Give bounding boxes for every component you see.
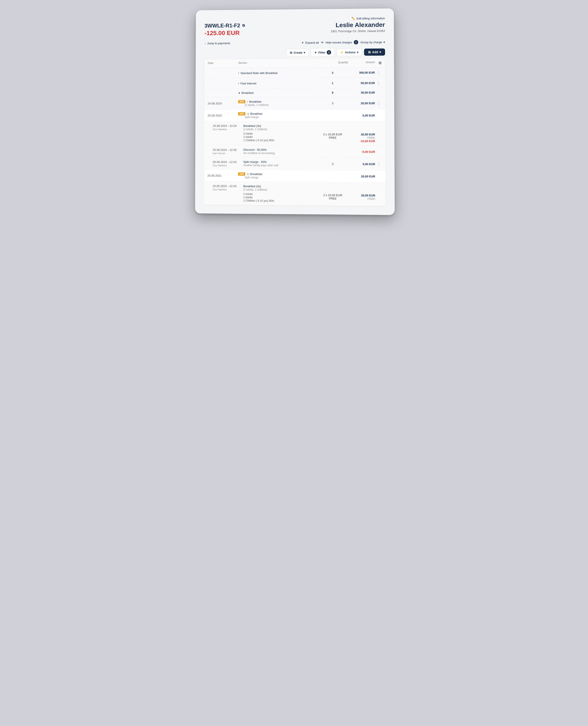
row-amount: 20,00 EUR [348,102,375,105]
row-date-main: 25.08.2021 [207,174,238,177]
chevron-right-icon[interactable]: › [238,71,239,75]
table-row: 25.08.2024 - 10:34 Guy Hawkins Breakfast… [204,122,385,146]
row-amount-1: 20,00 EUR [348,133,375,136]
row-qty: 1 [317,81,348,85]
row-date-main: 25.08.2024 - 10:34 [213,124,244,128]
row-service-secondary: (2 adults, 1 children) [244,128,317,131]
row-service-name: Breakfast (3x) [243,185,317,188]
row-amount-3: -10,00 EUR [348,140,375,143]
hide-moved-button[interactable]: 👁 Hide moved charges 1 [321,40,358,45]
service-name-row: › Standard Rate with Breakfast [238,71,317,75]
eye-icon: 👁 [321,41,324,44]
th-date: Date [208,61,238,66]
create-button[interactable]: ⊟ Create ▾ [287,49,309,56]
row-service-name: Discount - 50,00% [244,148,317,152]
row-date-main: 25.08.2024 - 12:30 [213,148,244,151]
chevron-down-icon[interactable]: ∨ [247,112,249,116]
row-service-name: Fast Internet [240,82,256,85]
filter-button[interactable]: ▼ Filter 2 [311,48,334,57]
service-cell: SER ∨ Breakfast Split charge [238,112,317,119]
row-date [208,73,238,73]
row-date-col: 26.08.2024 - 12:54 Guy Hawkins [213,160,244,167]
row-date-main: 24.08.2024 [208,102,238,105]
ser-badge: SER [238,100,245,103]
row-service-secondary: Split charge [238,176,317,180]
chevron-down-icon[interactable]: ∨ [238,91,240,95]
row-date-col: 15.05.2023 - 10:34 Guy Hawkins [213,184,244,191]
row-menu-button[interactable]: ⋮ [376,101,381,105]
service-name-row: › Fast Internet [238,81,317,85]
row-service-secondary: Another family pays other half [244,164,317,167]
chevron-right-icon[interactable]: › [247,100,248,103]
folio-section: 3WWLE-R1-F2 ⧉ -125.00 EUR [205,23,245,37]
filter-badge: 2 [327,50,331,55]
row-service-name: Split charge - 50% [244,160,317,164]
table-row: 25.08.2024 - 12:30 Ivan Horvat Discount … [204,145,385,158]
table-row: ∨ Breakfast 9 30,00 EUR [204,88,385,98]
chevron-down-icon: ▾ [383,40,385,44]
row-menu: ⋮ [375,81,381,85]
row-service-name: Breakfast [250,112,262,116]
add-button[interactable]: ⊞ Add ▾ [364,48,385,56]
toolbar-row1: ↓ Jump to payments ✦ Expand all 👁 Hide m… [205,40,385,45]
service-name-row: SER ∨ Breakfast [238,172,317,176]
row-amount-col: 20,00 EUR FREE [349,185,375,201]
row-qty: 3 [317,162,348,166]
row-amount: 50,00 EUR [348,81,375,85]
row-menu-button[interactable]: ⋮ [376,81,381,85]
row-qty-1: 2 x 10,00 EUR [317,193,349,197]
row-date-main: 25.08.2024 [208,114,238,117]
row-service-detail-3: 1 Children ( 5-10 yrs) 50% [244,139,317,142]
row-amount: 20,00 EUR [349,174,375,178]
row-date-secondary: Guy Hawkins [213,164,244,167]
header-top: ✏️ Edit billing information [205,16,385,21]
group-by-button[interactable]: Group by charge ▾ [360,40,385,44]
service-cell: › Fast Internet [238,81,317,85]
row-qty [317,176,348,176]
table-header-row: Date Service Quantity Amount ⊞ [204,58,385,68]
row-menu-button[interactable]: ⋮ [376,70,381,75]
row-service-name: Standard Rate with Breakfast [240,71,278,75]
row-service-detail-1: 2 Adults [244,132,317,135]
table-row: 25.08.2024 SER ∨ Breakfast Split charge … [204,109,385,122]
create-chevron-icon: ▾ [304,51,305,54]
bolt-icon: ⚡ [340,50,343,54]
row-amount: 300,00 EUR [348,71,375,74]
jump-label: Jump to payments [207,41,230,45]
folio-id-text: 3WWLE-R1-F2 [205,23,240,29]
row-date-secondary: Guy Hawkins [213,128,244,131]
row-qty: 3 [317,71,348,75]
table-row: 25.08.2021 SER ∨ Breakfast Split charge … [204,170,385,183]
actions-label: Actions [345,50,355,54]
chevron-right-icon[interactable]: › [238,82,239,85]
row-date: 25.08.2021 [207,174,238,177]
expand-label: Expand all [305,41,319,44]
actions-button[interactable]: ⚡ Actions ▾ [337,48,362,56]
service-name-row: SER ∨ Breakfast [238,112,317,116]
row-amount-2: FREE [349,197,375,201]
copy-icon[interactable]: ⧉ [242,23,245,27]
edit-billing-link[interactable]: ✏️ Edit billing information [352,16,385,20]
row-date: 24.08.2024 [208,102,238,105]
th-quantity: Quantity [317,61,348,65]
row-date-secondary: Guy Hawkins [213,188,244,191]
expand-all-button[interactable]: ✦ Expand all [301,41,319,44]
row-date: 25.08.2024 [208,114,238,117]
table-row: 24.08.2024 SER › Breakfast (2 adults, 1 … [204,97,385,109]
jump-to-payments-link[interactable]: ↓ Jump to payments [205,41,230,45]
row-qty-2: FREE [317,197,349,200]
row-menu: ⋮ [375,101,381,105]
service-cell: Discount - 50,00% Air condition is not w… [244,148,317,155]
row-menu-button[interactable]: ⋮ [376,162,382,166]
row-service-secondary: Air condition is not working [244,152,317,155]
row-amount: 5,00 EUR [349,162,375,166]
service-cell: ∨ Breakfast [238,91,317,95]
row-service-name: Breakfast [241,91,253,95]
balance: -125.00 EUR [205,29,245,37]
chevron-down-icon[interactable]: ∨ [247,172,249,175]
row-service-name: Breakfast [250,172,262,176]
row-date-col: 25.08.2024 - 12:30 Ivan Horvat [213,148,244,154]
row-qty: 3 [317,102,348,105]
th-grid[interactable]: ⊞ [375,61,381,65]
th-service: Service [238,61,317,66]
